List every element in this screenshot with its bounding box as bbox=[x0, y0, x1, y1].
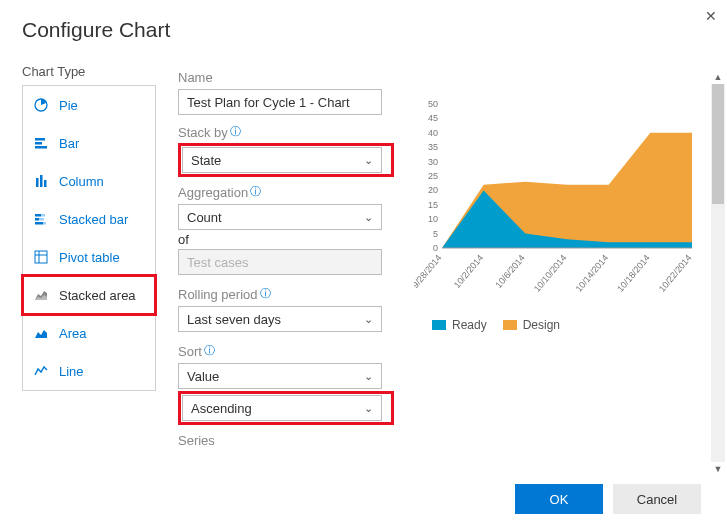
pie-icon bbox=[33, 97, 49, 113]
stack-by-label: Stack by ⓘ bbox=[178, 125, 402, 140]
legend-design: Design bbox=[503, 318, 560, 332]
dialog-footer: OK Cancel bbox=[515, 484, 701, 514]
chart-type-bar[interactable]: Bar bbox=[23, 124, 155, 162]
svg-rect-7 bbox=[35, 214, 41, 217]
svg-rect-9 bbox=[35, 218, 39, 221]
svg-text:10/18/2014: 10/18/2014 bbox=[615, 253, 652, 294]
svg-rect-2 bbox=[35, 142, 42, 145]
svg-text:35: 35 bbox=[428, 142, 438, 152]
info-icon[interactable]: ⓘ bbox=[260, 286, 271, 301]
chart-type-label: Pie bbox=[59, 98, 78, 113]
chart-preview: 504540353025201510509/28/201410/2/201410… bbox=[414, 64, 705, 449]
ok-button[interactable]: OK bbox=[515, 484, 603, 514]
configure-chart-dialog: ✕ Configure Chart Chart Type Pie Bar bbox=[0, 0, 727, 528]
pivot-table-icon bbox=[33, 249, 49, 265]
svg-text:25: 25 bbox=[428, 171, 438, 181]
scroll-down-arrow[interactable]: ▼ bbox=[711, 462, 725, 476]
svg-text:20: 20 bbox=[428, 185, 438, 195]
aggregation-select[interactable]: Count ⌄ bbox=[178, 204, 382, 230]
scrollbar[interactable]: ▲ ▼ bbox=[711, 84, 725, 462]
svg-text:50: 50 bbox=[428, 100, 438, 109]
svg-rect-10 bbox=[39, 218, 44, 221]
svg-text:10/2/2014: 10/2/2014 bbox=[452, 253, 485, 290]
info-icon[interactable]: ⓘ bbox=[230, 124, 241, 139]
config-form: Name Test Plan for Cycle 1 - Chart Stack… bbox=[178, 64, 402, 449]
svg-text:5: 5 bbox=[433, 229, 438, 239]
sort-label: Sort ⓘ bbox=[178, 344, 402, 359]
svg-text:15: 15 bbox=[428, 200, 438, 210]
legend-swatch-ready bbox=[432, 320, 446, 330]
svg-rect-8 bbox=[41, 214, 45, 217]
svg-text:30: 30 bbox=[428, 157, 438, 167]
chart-type-label: Stacked bar bbox=[59, 212, 128, 227]
of-label: of bbox=[178, 232, 402, 247]
chart-canvas: 504540353025201510509/28/201410/2/201410… bbox=[414, 100, 694, 300]
svg-rect-13 bbox=[35, 251, 47, 263]
chart-type-column[interactable]: Column bbox=[23, 162, 155, 200]
svg-text:10/10/2014: 10/10/2014 bbox=[532, 253, 569, 294]
svg-rect-11 bbox=[35, 222, 43, 225]
svg-text:10/22/2014: 10/22/2014 bbox=[657, 253, 694, 294]
svg-rect-4 bbox=[36, 178, 39, 187]
of-input: Test cases bbox=[178, 249, 382, 275]
legend-swatch-design bbox=[503, 320, 517, 330]
svg-rect-3 bbox=[35, 146, 47, 149]
sort-direction-select[interactable]: Ascending ⌄ bbox=[182, 395, 382, 421]
chart-type-label: Chart Type bbox=[22, 64, 158, 79]
chart-type-stacked-area[interactable]: Stacked area bbox=[23, 276, 155, 314]
legend-ready: Ready bbox=[432, 318, 487, 332]
svg-text:10/14/2014: 10/14/2014 bbox=[574, 253, 611, 294]
stack-by-highlight: State ⌄ bbox=[178, 143, 394, 177]
sort-field-select[interactable]: Value ⌄ bbox=[178, 363, 382, 389]
chevron-down-icon: ⌄ bbox=[364, 211, 373, 224]
stacked-area-icon bbox=[33, 287, 49, 303]
chart-type-label: Column bbox=[59, 174, 104, 189]
svg-text:40: 40 bbox=[428, 128, 438, 138]
chart-type-label: Line bbox=[59, 364, 84, 379]
name-input[interactable]: Test Plan for Cycle 1 - Chart bbox=[178, 89, 382, 115]
scroll-thumb[interactable] bbox=[712, 84, 724, 204]
cancel-button[interactable]: Cancel bbox=[613, 484, 701, 514]
svg-text:10/6/2014: 10/6/2014 bbox=[493, 253, 526, 290]
info-icon[interactable]: ⓘ bbox=[204, 343, 215, 358]
svg-text:0: 0 bbox=[433, 243, 438, 253]
chart-type-label: Pivot table bbox=[59, 250, 120, 265]
column-icon bbox=[33, 173, 49, 189]
chart-type-label: Stacked area bbox=[59, 288, 136, 303]
dialog-title: Configure Chart bbox=[22, 18, 705, 42]
scroll-up-arrow[interactable]: ▲ bbox=[711, 70, 725, 84]
chart-type-pivot-table[interactable]: Pivot table bbox=[23, 238, 155, 276]
svg-rect-1 bbox=[35, 138, 45, 141]
bar-icon bbox=[33, 135, 49, 151]
chart-legend: Ready Design bbox=[432, 318, 705, 332]
chart-type-stacked-bar[interactable]: Stacked bar bbox=[23, 200, 155, 238]
svg-text:10: 10 bbox=[428, 214, 438, 224]
name-label: Name bbox=[178, 70, 402, 85]
chart-type-sidebar: Chart Type Pie Bar bbox=[22, 64, 158, 449]
svg-rect-5 bbox=[40, 175, 43, 187]
chevron-down-icon: ⌄ bbox=[364, 154, 373, 167]
sort-direction-highlight: Ascending ⌄ bbox=[178, 391, 394, 425]
svg-text:9/28/2014: 9/28/2014 bbox=[414, 253, 444, 290]
svg-text:45: 45 bbox=[428, 113, 438, 123]
rolling-period-select[interactable]: Last seven days ⌄ bbox=[178, 306, 382, 332]
info-icon[interactable]: ⓘ bbox=[250, 184, 261, 199]
chart-type-pie[interactable]: Pie bbox=[23, 86, 155, 124]
aggregation-label: Aggregation ⓘ bbox=[178, 185, 402, 200]
svg-rect-12 bbox=[43, 222, 46, 225]
area-icon bbox=[33, 325, 49, 341]
chevron-down-icon: ⌄ bbox=[364, 402, 373, 415]
stack-by-select[interactable]: State ⌄ bbox=[182, 147, 382, 173]
chart-type-label: Bar bbox=[59, 136, 79, 151]
series-label: Series bbox=[178, 433, 402, 448]
stacked-bar-icon bbox=[33, 211, 49, 227]
chevron-down-icon: ⌄ bbox=[364, 313, 373, 326]
close-button[interactable]: ✕ bbox=[705, 8, 717, 24]
rolling-period-label: Rolling period ⓘ bbox=[178, 287, 402, 302]
chart-type-line[interactable]: Line bbox=[23, 352, 155, 390]
line-icon bbox=[33, 363, 49, 379]
chart-type-area[interactable]: Area bbox=[23, 314, 155, 352]
svg-rect-6 bbox=[44, 180, 47, 187]
chart-type-list: Pie Bar Column bbox=[22, 85, 156, 391]
chart-type-label: Area bbox=[59, 326, 86, 341]
